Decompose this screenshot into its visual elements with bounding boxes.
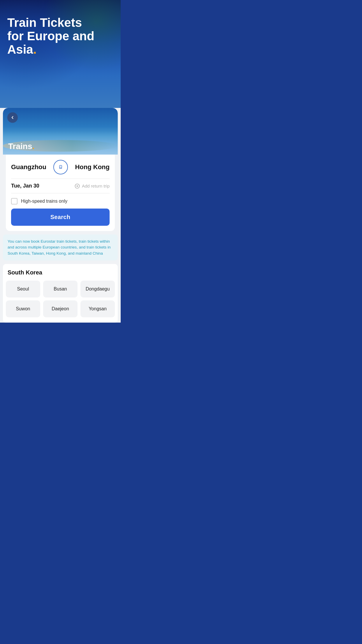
train-search-card: Trains. Guangzhou Hong Kong Tue, Jan 30 <box>3 108 118 231</box>
svg-point-3 <box>61 167 61 168</box>
high-speed-checkbox[interactable] <box>11 198 17 204</box>
page-wrapper: Train Tickets for Europe and Asia. Train… <box>0 0 121 323</box>
return-trip-label: Add return trip <box>82 183 110 188</box>
destination-city[interactable]: Hong Kong <box>75 163 110 171</box>
card-section-title: Trains. <box>8 142 34 151</box>
city-card[interactable]: Busan <box>43 281 78 298</box>
city-card[interactable]: Daejeon <box>43 300 78 317</box>
south-korea-section: South Korea SeoulBusanDongdaeguSuwonDaej… <box>3 264 118 323</box>
hero-title: Train Tickets for Europe and Asia. <box>0 0 121 62</box>
high-speed-checkbox-row: High-speed trains only <box>11 193 110 209</box>
swap-route-button[interactable] <box>53 160 68 174</box>
hero-section: Train Tickets for Europe and Asia. <box>0 0 121 108</box>
city-card[interactable]: Seoul <box>6 281 40 298</box>
city-card[interactable]: Yongsan <box>80 300 115 317</box>
origin-city[interactable]: Guangzhou <box>11 163 46 171</box>
info-banner: You can now book Eurostar train tickets,… <box>3 235 118 260</box>
departure-date[interactable]: Tue, Jan 30 <box>11 183 39 189</box>
route-row: Guangzhou Hong Kong <box>11 160 110 179</box>
svg-point-2 <box>60 167 60 168</box>
add-return-trip[interactable]: Add return trip <box>74 183 110 189</box>
high-speed-label: High-speed trains only <box>21 199 67 204</box>
hero-title-line2: for Europe and Asia <box>7 29 94 56</box>
city-card[interactable]: Suwon <box>6 300 40 317</box>
svg-rect-1 <box>60 166 61 167</box>
hero-title-line1: Train Tickets <box>7 16 82 29</box>
back-button[interactable] <box>7 112 18 123</box>
card-hero-image: Trains. <box>3 108 118 155</box>
hero-dot: . <box>33 43 37 56</box>
svg-rect-0 <box>59 165 62 168</box>
cities-grid: SeoulBusanDongdaeguSuwonDaejeonYongsan <box>6 281 115 317</box>
date-row: Tue, Jan 30 Add return trip <box>11 179 110 193</box>
info-banner-text: You can now book Eurostar train tickets,… <box>8 239 113 256</box>
search-button[interactable]: Search <box>11 209 110 226</box>
south-korea-title: South Korea <box>6 269 115 276</box>
city-card[interactable]: Dongdaegu <box>80 281 115 298</box>
search-form: Guangzhou Hong Kong Tue, Jan 30 A <box>6 155 115 231</box>
